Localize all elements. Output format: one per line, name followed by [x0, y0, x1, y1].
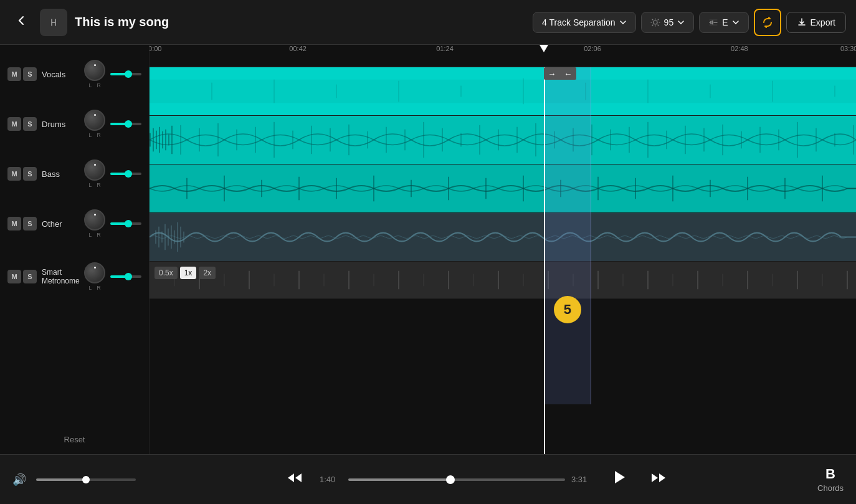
time-mark-1: 00:42	[289, 45, 307, 52]
mute-other[interactable]: M	[7, 217, 21, 231]
waveform-other[interactable]	[150, 213, 856, 261]
waveform-bass[interactable]	[150, 164, 856, 212]
timeline-area: 00:00 00:42 01:24 02:06 02:48 03:30 → ←	[150, 45, 856, 454]
time-mark-4: 02:48	[731, 45, 748, 52]
volume-slider-metronome[interactable]	[110, 275, 141, 278]
tracks-container: 0.5x 1x 2x	[150, 67, 856, 454]
solo-bass[interactable]: S	[23, 167, 37, 181]
reset-button[interactable]: Reset	[0, 430, 149, 449]
track-control-bass: M S Bass LR	[0, 150, 149, 198]
volume-knob-metronome[interactable]	[84, 262, 105, 283]
volume-knob-bass[interactable]	[84, 159, 105, 181]
track-row-other	[150, 213, 856, 262]
track-separation-label: 4 Track Separation	[542, 17, 616, 27]
header: This is my song 4 Track Separation 95	[0, 0, 856, 45]
track-name-metronome: Smart Metronome	[42, 268, 79, 285]
loop-button[interactable]	[754, 9, 781, 36]
key-value: E	[722, 17, 728, 27]
svg-rect-20	[159, 127, 160, 153]
svg-rect-62	[150, 164, 856, 212]
song-icon	[40, 9, 67, 36]
master-volume-slider[interactable]	[36, 478, 136, 481]
ms-buttons-bass: M S	[7, 167, 37, 181]
speed-0.5x[interactable]: 0.5x	[155, 267, 178, 279]
chord-key: B	[825, 466, 835, 482]
track-row-drums	[150, 116, 856, 164]
mute-drums[interactable]: M	[7, 117, 21, 131]
knob-vocals: LR	[84, 60, 105, 88]
play-button[interactable]	[606, 464, 634, 495]
svg-rect-81	[150, 213, 856, 261]
waveform-svg-drums	[150, 116, 856, 164]
rewind-button[interactable]	[282, 465, 307, 494]
mute-metronome[interactable]: M	[7, 270, 21, 283]
fast-forward-button[interactable]	[646, 465, 671, 494]
rewind-icon	[287, 470, 302, 485]
solo-metronome[interactable]: S	[23, 270, 37, 283]
track-control-drums: M S Drums LR	[0, 100, 149, 148]
track-name-vocals: Vocals	[42, 70, 79, 79]
volume-knob-vocals[interactable]	[84, 60, 105, 81]
knob-metronome: LR	[84, 262, 105, 291]
volume-slider-other[interactable]	[110, 222, 141, 225]
mute-bass[interactable]: M	[7, 167, 21, 181]
solo-vocals[interactable]: S	[23, 67, 37, 81]
track-control-vocals: M S Vocals LR	[0, 50, 149, 98]
key-dropdown[interactable]: E	[699, 12, 748, 33]
svg-rect-23	[168, 135, 169, 146]
volume-knob-other[interactable]	[84, 209, 105, 231]
solo-other[interactable]: S	[23, 217, 37, 231]
loop-arrows: → ←	[544, 67, 576, 80]
knob-drums: LR	[84, 110, 105, 138]
volume-slider-container-other	[110, 222, 141, 225]
knob-other: LR	[84, 209, 105, 238]
time-mark-2: 01:24	[436, 45, 454, 52]
volume-icon: 🔊	[12, 473, 26, 487]
chevron-down-icon	[619, 19, 627, 26]
track-row-vocals	[150, 67, 856, 116]
waveform-svg-vocals	[150, 67, 856, 115]
bpm-dropdown[interactable]: 95	[641, 12, 695, 33]
loop-icon	[761, 16, 774, 29]
chords-button[interactable]: B Chords	[817, 466, 844, 493]
speed-1x[interactable]: 1x	[180, 267, 197, 279]
track-separation-dropdown[interactable]: 4 Track Separation	[533, 12, 636, 33]
track-name-drums: Drums	[42, 120, 79, 129]
track-control-other: M S Other LR	[0, 199, 149, 248]
chevron-down-icon-bpm	[677, 19, 685, 26]
mute-vocals[interactable]: M	[7, 67, 21, 81]
solo-drums[interactable]: S	[23, 117, 37, 131]
back-button[interactable]	[10, 9, 32, 35]
song-title: This is my song	[75, 15, 525, 29]
volume-slider-bass[interactable]	[110, 173, 141, 175]
volume-slider-drums[interactable]	[110, 123, 141, 125]
svg-rect-24	[171, 126, 173, 154]
metronome-icon	[650, 17, 660, 27]
waveform-drums[interactable]	[150, 116, 856, 164]
loop-badge: 5	[554, 296, 581, 323]
waveform-svg-bass	[150, 164, 856, 212]
play-icon	[611, 468, 629, 486]
track-row-metronome: 0.5x 1x 2x	[150, 262, 856, 299]
loop-end-marker[interactable]: ←	[560, 67, 576, 80]
sidebar: M S Vocals LR M S Drums	[0, 45, 150, 454]
volume-knob-drums[interactable]	[84, 110, 105, 131]
svg-rect-92	[150, 262, 856, 298]
export-button[interactable]: Export	[786, 12, 846, 33]
fast-forward-icon	[651, 470, 666, 485]
download-icon	[797, 17, 807, 27]
waveform-vocals[interactable]	[150, 67, 856, 115]
progress-bar[interactable]	[348, 478, 565, 481]
chord-label: Chords	[817, 483, 844, 493]
current-time: 1:40	[320, 475, 342, 484]
volume-slider-container-drums	[110, 123, 141, 125]
waveform-svg-other	[150, 213, 856, 261]
main-area: M S Vocals LR M S Drums	[0, 45, 856, 454]
speed-2x[interactable]: 2x	[199, 267, 216, 279]
loop-start-marker[interactable]: →	[544, 67, 560, 80]
header-controls: 4 Track Separation 95 E	[533, 9, 846, 36]
volume-slider-container-vocals	[110, 73, 141, 75]
volume-slider-vocals[interactable]	[110, 73, 141, 75]
svg-rect-4	[150, 80, 856, 103]
waveform-svg-metronome	[150, 262, 856, 298]
